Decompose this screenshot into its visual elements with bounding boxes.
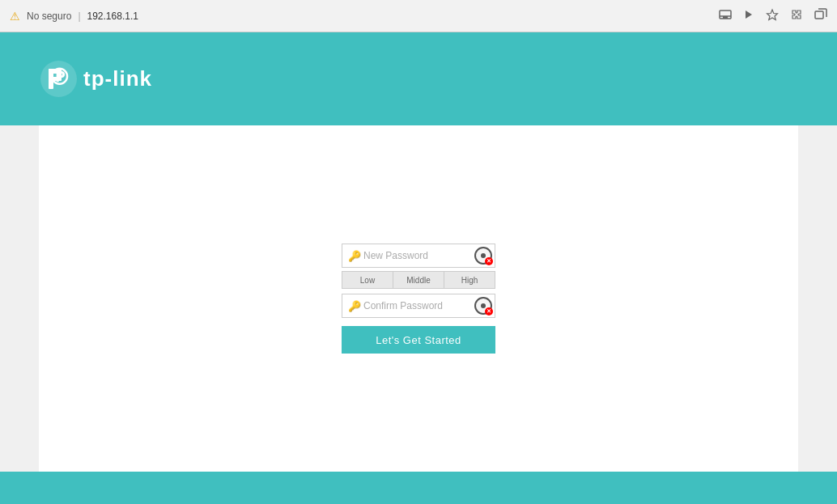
play-icon[interactable] [743, 9, 754, 23]
url-bar[interactable]: 192.168.1.1 [87, 11, 138, 22]
eye-icon: ✕ [474, 247, 492, 265]
svg-rect-5 [815, 11, 823, 19]
browser-chrome: ⚠ No seguro | 192.168.1.1 [0, 0, 837, 32]
eye-dot-2 [481, 303, 486, 308]
browser-icons [719, 8, 827, 24]
tp-logo-text: tp-link [83, 66, 152, 91]
toggle-confirm-password-button[interactable]: ✕ [474, 297, 492, 315]
toggle-new-password-button[interactable]: ✕ [474, 247, 492, 265]
puzzle-icon[interactable] [790, 8, 803, 24]
form-container: 🔑 ✕ Low Middle High 🔑 [342, 244, 495, 354]
svg-rect-11 [58, 69, 62, 81]
strength-middle: Middle [393, 272, 444, 288]
confirm-password-input[interactable] [342, 294, 495, 318]
svg-rect-2 [723, 16, 728, 19]
window-icon[interactable] [814, 8, 827, 24]
password-strength-bar: Low Middle High [342, 271, 495, 289]
new-password-input[interactable] [342, 244, 495, 268]
bottom-strip [0, 472, 837, 504]
tp-link-logo-icon: ℗ [40, 61, 77, 97]
key-icon: 🔑 [348, 250, 361, 262]
error-badge-2: ✕ [485, 307, 493, 316]
eye-dot [481, 253, 486, 258]
error-badge: ✕ [485, 257, 493, 265]
key-icon-2: 🔑 [348, 300, 361, 312]
not-secure-label: No seguro [27, 11, 71, 22]
svg-marker-4 [767, 10, 778, 20]
new-password-wrapper: 🔑 ✕ [342, 244, 495, 268]
warning-icon: ⚠ [10, 10, 20, 23]
eye-icon-2: ✕ [474, 297, 492, 315]
strength-high: High [444, 272, 495, 288]
confirm-password-wrapper: 🔑 ✕ [342, 294, 495, 318]
tp-logo: ℗ tp-link [40, 61, 152, 97]
svg-rect-10 [49, 77, 60, 81]
star-icon[interactable] [766, 8, 779, 24]
strength-low: Low [342, 272, 393, 288]
cast-icon[interactable] [719, 8, 732, 24]
svg-marker-3 [746, 11, 752, 19]
separator: | [78, 11, 80, 22]
main-content: 🔑 ✕ Low Middle High 🔑 [39, 125, 798, 472]
submit-button[interactable]: Let's Get Started [342, 326, 495, 354]
page-wrapper: ℗ tp-link 🔑 ✕ [0, 32, 837, 504]
tp-header: ℗ tp-link [0, 32, 837, 125]
